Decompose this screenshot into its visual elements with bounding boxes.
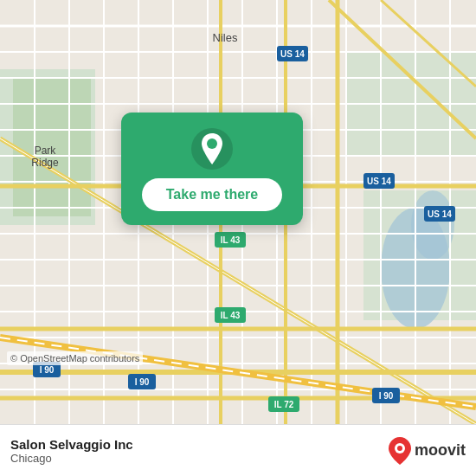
svg-point-6 — [411, 190, 454, 260]
map-container: US 14 US 14 US 14 IL 43 IL 43 IL 72 I 90… — [0, 0, 476, 424]
info-bar: Salon Selvaggio Inc Chicago moovit — [0, 424, 476, 476]
map-attribution: © OpenStreetMap contributors — [7, 351, 143, 365]
svg-text:US 14: US 14 — [428, 209, 452, 219]
location-pin-icon — [191, 128, 233, 170]
svg-text:Niles: Niles — [213, 31, 238, 44]
svg-text:Ridge: Ridge — [31, 157, 59, 169]
svg-text:IL 43: IL 43 — [221, 311, 241, 320]
location-city: Chicago — [10, 452, 133, 465]
location-name: Salon Selvaggio Inc — [10, 437, 133, 452]
location-info: Salon Selvaggio Inc Chicago — [10, 437, 133, 465]
svg-text:I 90: I 90 — [40, 365, 55, 375]
svg-text:Park: Park — [35, 145, 57, 157]
moovit-logo-text: moovit — [415, 441, 466, 460]
take-me-there-button[interactable]: Take me there — [142, 178, 282, 211]
moovit-pin-icon — [389, 437, 411, 465]
svg-text:I 90: I 90 — [135, 377, 150, 387]
svg-text:IL 43: IL 43 — [221, 235, 241, 245]
svg-text:US 14: US 14 — [367, 177, 391, 186]
svg-text:I 90: I 90 — [379, 391, 394, 401]
popup-card: Take me there — [121, 113, 303, 225]
svg-point-70 — [207, 138, 217, 149]
svg-text:IL 72: IL 72 — [274, 400, 294, 409]
svg-text:US 14: US 14 — [280, 49, 305, 59]
svg-point-72 — [397, 446, 402, 451]
moovit-logo: moovit — [389, 437, 466, 465]
